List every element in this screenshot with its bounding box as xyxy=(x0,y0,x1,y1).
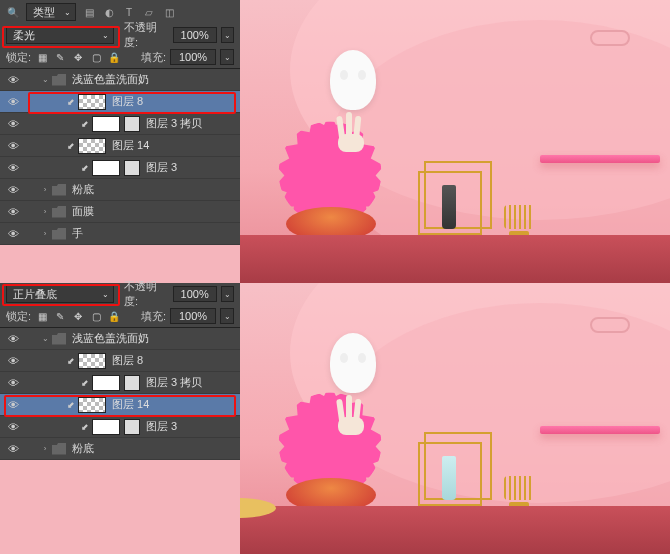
visibility-icon[interactable]: 👁 xyxy=(4,421,22,433)
blend-mode-value: 柔光 xyxy=(13,28,35,43)
visibility-icon[interactable]: 👁 xyxy=(4,206,22,218)
layer-list: 👁⌄浅蓝色盖洗面奶👁⬋图层 8👁⬋图层 3 拷贝👁⬋图层 14👁⬋图层 3👁›粉… xyxy=(0,328,240,460)
visibility-icon[interactable]: 👁 xyxy=(4,333,22,345)
layer-name[interactable]: 浅蓝色盖洗面奶 xyxy=(72,331,149,346)
visibility-icon[interactable]: 👁 xyxy=(4,184,22,196)
disclosure-triangle[interactable]: ⌄ xyxy=(40,334,50,343)
blend-mode-value: 正片叠底 xyxy=(13,287,57,302)
opacity-label: 不透明度: xyxy=(124,279,169,309)
lock-all-icon[interactable]: 🔒 xyxy=(107,50,121,64)
visibility-icon[interactable]: 👁 xyxy=(4,96,22,108)
lock-all-icon[interactable]: 🔒 xyxy=(107,309,121,323)
layer-name[interactable]: 图层 3 拷贝 xyxy=(146,116,202,131)
layer-name[interactable]: 粉底 xyxy=(72,441,94,456)
lock-artboard-icon[interactable]: ▢ xyxy=(89,309,103,323)
cloud-decor xyxy=(590,317,630,333)
layer-row[interactable]: 👁›粉底 xyxy=(0,438,240,460)
layer-row[interactable]: 👁›面膜 xyxy=(0,201,240,223)
layer-name[interactable]: 图层 14 xyxy=(112,397,149,412)
layer-mask-thumbnail[interactable] xyxy=(124,375,140,391)
visibility-icon[interactable]: 👁 xyxy=(4,118,22,130)
visibility-icon[interactable]: 👁 xyxy=(4,443,22,455)
layer-row[interactable]: 👁⬋图层 14 xyxy=(0,135,240,157)
fill-chevron[interactable]: ⌄ xyxy=(220,49,234,65)
layer-thumbnail[interactable] xyxy=(78,138,106,154)
layer-name[interactable]: 图层 3 xyxy=(146,419,177,434)
layer-row[interactable]: 👁⬋图层 8 xyxy=(0,350,240,372)
layer-name[interactable]: 图层 3 xyxy=(146,160,177,175)
opacity-value[interactable]: 100% xyxy=(173,286,217,302)
filter-image-icon[interactable]: ▤ xyxy=(82,5,96,19)
filter-text-icon[interactable]: T xyxy=(122,5,136,19)
visibility-icon[interactable]: 👁 xyxy=(4,162,22,174)
layer-row[interactable]: 👁⬋图层 3 xyxy=(0,416,240,438)
layer-row[interactable]: 👁›粉底 xyxy=(0,179,240,201)
opacity-value[interactable]: 100% xyxy=(173,27,217,43)
stage-floor xyxy=(240,506,670,554)
layer-name[interactable]: 浅蓝色盖洗面奶 xyxy=(72,72,149,87)
blend-row: 柔光⌄ 不透明度: 100% ⌄ xyxy=(0,24,240,46)
lock-brush-icon[interactable]: ✎ xyxy=(53,50,67,64)
blend-mode-dropdown[interactable]: 正片叠底⌄ xyxy=(6,285,114,303)
disclosure-triangle[interactable]: ⌄ xyxy=(40,75,50,84)
face-mask xyxy=(330,333,376,393)
folder-icon xyxy=(52,333,66,345)
layer-name[interactable]: 图层 8 xyxy=(112,353,143,368)
disclosure-triangle[interactable]: › xyxy=(40,207,50,216)
lock-artboard-icon[interactable]: ▢ xyxy=(89,50,103,64)
layer-row[interactable]: 👁⬋图层 3 拷贝 xyxy=(0,372,240,394)
layer-thumbnail[interactable] xyxy=(78,353,106,369)
layer-name[interactable]: 图层 14 xyxy=(112,138,149,153)
layer-thumbnail[interactable] xyxy=(92,375,120,391)
visibility-icon[interactable]: 👁 xyxy=(4,74,22,86)
layer-thumbnail[interactable] xyxy=(92,116,120,132)
layer-row[interactable]: 👁⬋图层 3 xyxy=(0,157,240,179)
layer-name[interactable]: 面膜 xyxy=(72,204,94,219)
layer-name[interactable]: 粉底 xyxy=(72,182,94,197)
product-tube xyxy=(442,456,456,500)
visibility-icon[interactable]: 👁 xyxy=(4,355,22,367)
clip-link-icon: ⬋ xyxy=(80,378,90,388)
filter-adjust-icon[interactable]: ◐ xyxy=(102,5,116,19)
layer-thumbnail[interactable] xyxy=(92,419,120,435)
opacity-chevron[interactable]: ⌄ xyxy=(221,27,234,43)
layer-thumbnail[interactable] xyxy=(78,94,106,110)
fill-value[interactable]: 100% xyxy=(170,308,216,324)
visibility-icon[interactable]: 👁 xyxy=(4,399,22,411)
layer-row[interactable]: 👁⌄浅蓝色盖洗面奶 xyxy=(0,328,240,350)
layer-mask-thumbnail[interactable] xyxy=(124,160,140,176)
layer-row[interactable]: 👁⬋图层 14 xyxy=(0,394,240,416)
chevron-down-icon: ⌄ xyxy=(64,8,71,17)
layer-name[interactable]: 图层 3 拷贝 xyxy=(146,375,202,390)
filter-kind-dropdown[interactable]: 类型⌄ xyxy=(26,3,76,21)
fill-chevron[interactable]: ⌄ xyxy=(220,308,234,324)
visibility-icon[interactable]: 👁 xyxy=(4,228,22,240)
fill-value[interactable]: 100% xyxy=(170,49,216,65)
canvas-preview-bottom xyxy=(240,283,670,554)
layer-name[interactable]: 图层 8 xyxy=(112,94,143,109)
layer-mask-thumbnail[interactable] xyxy=(124,419,140,435)
lock-transparent-icon[interactable]: ▦ xyxy=(35,309,49,323)
lock-move-icon[interactable]: ✥ xyxy=(71,309,85,323)
layer-thumbnail[interactable] xyxy=(78,397,106,413)
disclosure-triangle[interactable]: › xyxy=(40,444,50,453)
filter-shape-icon[interactable]: ▱ xyxy=(142,5,156,19)
layer-row[interactable]: 👁⌄浅蓝色盖洗面奶 xyxy=(0,69,240,91)
lock-transparent-icon[interactable]: ▦ xyxy=(35,50,49,64)
lock-brush-icon[interactable]: ✎ xyxy=(53,309,67,323)
layer-thumbnail[interactable] xyxy=(92,160,120,176)
disclosure-triangle[interactable]: › xyxy=(40,229,50,238)
lock-move-icon[interactable]: ✥ xyxy=(71,50,85,64)
layer-name[interactable]: 手 xyxy=(72,226,83,241)
product-tube xyxy=(442,185,456,229)
layer-row[interactable]: 👁⬋图层 8 xyxy=(0,91,240,113)
blend-mode-dropdown[interactable]: 柔光⌄ xyxy=(6,26,114,44)
visibility-icon[interactable]: 👁 xyxy=(4,140,22,152)
disclosure-triangle[interactable]: › xyxy=(40,185,50,194)
filter-smart-icon[interactable]: ◫ xyxy=(162,5,176,19)
visibility-icon[interactable]: 👁 xyxy=(4,377,22,389)
opacity-chevron[interactable]: ⌄ xyxy=(221,286,234,302)
layer-row[interactable]: 👁›手 xyxy=(0,223,240,245)
layer-row[interactable]: 👁⬋图层 3 拷贝 xyxy=(0,113,240,135)
layer-mask-thumbnail[interactable] xyxy=(124,116,140,132)
